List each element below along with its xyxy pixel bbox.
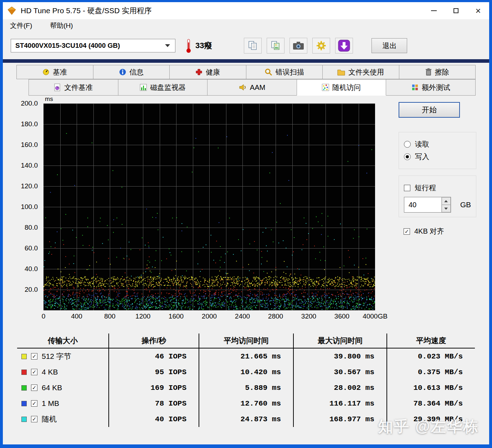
iops-value: 40 IOPS [109,411,199,427]
tab-label: 额外测试 [422,83,450,92]
row-label: 随机 [42,414,57,424]
tab-label: 文件夹使用 [348,67,384,77]
table-row: 512 字节 46 IOPS 21.665 ms 39.800 ms 0.023… [17,348,475,364]
download-icon [338,39,350,52]
tab-erase[interactable]: 擦除 [399,65,476,79]
row-checkbox[interactable] [31,385,37,391]
tab-health[interactable]: 健康 [169,65,246,79]
row-label: 1 MB [42,399,59,408]
max-access-value: 168.977 ms [294,411,387,427]
avg-speed-value: 78.364 MB/s [387,396,475,411]
drive-selector-value: ST4000VX015-3CU104 (4000 GB) [15,42,162,50]
menu-help[interactable]: 帮助(H) [48,20,75,31]
read-radio-label: 读取 [415,139,429,149]
write-radio[interactable]: 写入 [404,152,471,162]
short-stroke-label: 短行程 [415,183,436,193]
avg-speed-value: 29.399 MB/s [387,411,475,427]
mode-group: 读取 写入 [399,132,476,169]
chevron-down-icon [162,39,173,52]
avg-access-value: 10.420 ms [199,364,294,380]
scatter-dots-icon [322,84,329,91]
bar-chart-icon [140,84,147,91]
row-checkbox[interactable] [31,400,37,407]
options-button[interactable] [312,38,330,54]
align-4kb-label: 4KB 对齐 [414,226,444,236]
copy-image-button[interactable] [267,38,285,54]
capacity-input[interactable]: 40 [404,197,451,213]
start-button[interactable]: 开始 [399,102,460,118]
main-area: ms 200.0180.0160.0140.0120.0100.080.060.… [3,96,489,329]
read-radio[interactable]: 读取 [404,139,471,149]
max-access-value: 30.567 ms [294,364,387,380]
access-time-chart: ms 200.0180.0160.0140.0120.0100.080.060.… [16,96,384,329]
trash-icon [425,68,432,76]
menu-file[interactable]: 文件(F) [8,20,34,31]
health-cross-icon [195,68,203,76]
align-4kb-checkbox[interactable]: 4KB 对齐 [399,226,488,236]
column-header: 最大访问时间 [294,334,387,348]
row-label: 4 KB [42,368,58,376]
save-results-button[interactable] [335,38,353,54]
row-label: 512 字节 [42,351,71,361]
table-row: 1 MB 78 IOPS 12.760 ms 116.117 ms 78.364… [17,396,475,411]
toolbar: ST4000VX015-3CU104 (4000 GB) 33癈 [3,32,489,59]
tab-random-access[interactable]: 随机访问 [297,79,386,96]
row-checkbox[interactable] [31,353,37,360]
iops-value: 169 IOPS [109,380,199,396]
tab-label: 基准 [53,67,67,77]
copy-text-button[interactable] [244,38,262,54]
avg-access-value: 5.889 ms [199,380,294,396]
row-checkbox[interactable] [31,416,37,422]
exit-button[interactable]: 退出 [371,38,407,53]
short-stroke-group: 短行程 40 GB [399,175,476,217]
short-stroke-checkbox[interactable]: 短行程 [404,183,471,193]
temperature-indicator: 33癈 [185,38,212,53]
y-axis-labels: 200.0180.0160.0140.0120.0100.080.060.040… [16,103,41,310]
series-color-swatch [21,385,27,391]
tab-label: 信息 [129,67,144,77]
tab-folder-usage[interactable]: 文件夹使用 [322,65,399,79]
avg-speed-value: 0.375 MB/s [387,364,475,380]
camera-icon [293,41,304,51]
avg-speed-value: 10.613 MB/s [387,380,475,396]
series-color-swatch [21,417,27,422]
tab-info[interactable]: 信息 [93,65,170,79]
series-color-swatch [21,354,27,359]
thermometer-icon [185,38,192,53]
avg-access-value: 21.665 ms [199,348,294,364]
gear-icon [316,40,327,51]
copy-icon [247,40,258,51]
drive-selector[interactable]: ST4000VX015-3CU104 (4000 GB) [11,39,175,52]
table-header-row: 传输大小 操作/秒 平均访问时间 最大访问时间 平均速度 [17,334,475,348]
tab-benchmark[interactable]: 基准 [16,65,93,79]
table-row: 64 KB 169 IOPS 5.889 ms 28.002 ms 10.613… [17,380,475,396]
tab-extra-tests[interactable]: 额外测试 [386,79,476,96]
tab-file-benchmark[interactable]: 文件基准 [29,79,118,96]
series-color-swatch [21,370,27,375]
titlebar: HD Tune Pro 5.75 - 硬盘/SSD 实用程序 × [3,2,489,19]
spin-down-button[interactable] [442,205,451,212]
tab-aam[interactable]: AAM [207,79,297,96]
minimize-button[interactable] [423,2,445,19]
spin-up-button[interactable] [442,197,451,205]
tab-label: 文件基准 [64,83,93,92]
magnifier-icon [265,68,272,76]
close-button[interactable]: × [467,2,489,19]
file-benchmark-icon [54,83,61,91]
tab-disk-monitor[interactable]: 磁盘监视器 [118,79,208,96]
tab-label: 错误扫描 [276,67,304,77]
radio-icon [404,141,411,148]
row-checkbox[interactable] [31,369,37,375]
avg-access-value: 24.873 ms [199,411,294,427]
tab-label: 擦除 [435,67,449,77]
maximize-button[interactable] [445,2,467,19]
tabs: 基准 信息 健康 错误扫描 [3,63,489,96]
iops-value: 46 IOPS [109,348,199,364]
column-header: 平均访问时间 [199,334,294,348]
temperature-value: 33癈 [195,40,212,51]
max-access-value: 28.002 ms [294,380,387,396]
screenshot-button[interactable] [289,38,307,54]
tab-label: 磁盘监视器 [150,83,186,92]
tab-error-scan[interactable]: 错误扫描 [246,65,323,79]
folder-icon [337,69,345,76]
